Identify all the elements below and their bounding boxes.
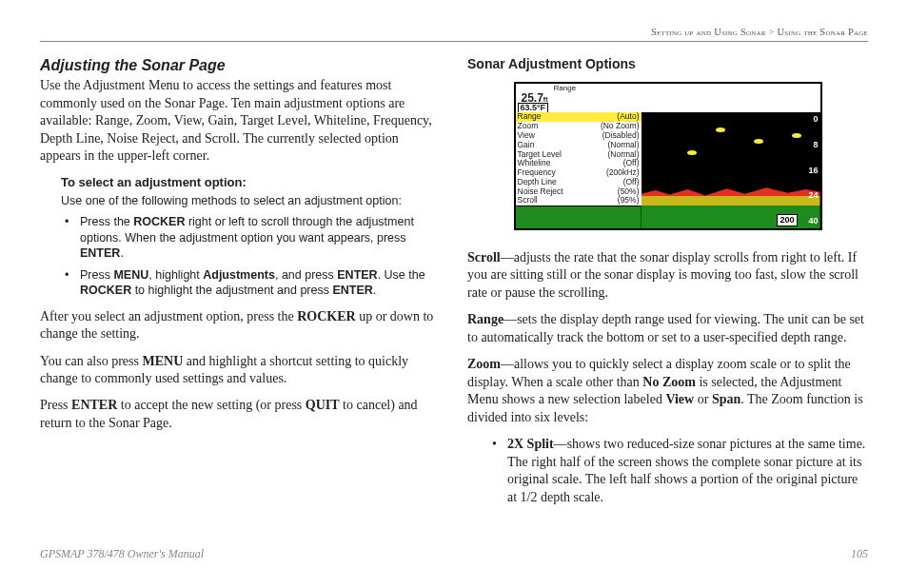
enter-key: ENTER: [337, 268, 377, 282]
breadcrumb-sep: >: [769, 27, 775, 37]
step-2: Press MENU, highlight Adjustments, and p…: [61, 267, 441, 299]
scroll-paragraph: Scroll—adjusts the rate that the sonar d…: [467, 249, 868, 302]
zoom-sublist: 2X Split—shows two reduced-size sonar pi…: [488, 436, 868, 506]
no-zoom-term: No Zoom: [642, 375, 696, 389]
footer-title: GPSMAP 378/478 Owner's Manual: [40, 547, 204, 561]
options-heading: Sonar Adjustment Options: [467, 55, 868, 72]
split-item: 2X Split—shows two reduced-size sonar pi…: [488, 436, 868, 506]
intro-paragraph: Use the Adjustment Menu to access the se…: [40, 77, 441, 165]
span-term: Span: [712, 392, 740, 406]
adjustments-label: Adjustments: [203, 268, 275, 282]
menu-key: MENU: [142, 354, 183, 368]
breadcrumb-part2: Using the Sonar Page: [778, 27, 869, 37]
rocker-key: ROCKER: [297, 309, 355, 323]
breadcrumb-part1: Setting up and Using Sonar: [651, 27, 766, 37]
right-column: Sonar Adjustment Options Range 25.7ft 63…: [467, 55, 868, 512]
zoom-paragraph: Zoom—allows you to quickly select a disp…: [467, 356, 868, 426]
scroll-term: Scroll: [467, 250, 501, 265]
procedure-heading: To select an adjustment option:: [61, 174, 441, 190]
range-paragraph: Range—sets the display depth range used …: [467, 311, 868, 346]
zoom-term: Zoom: [467, 357, 501, 371]
page-footer: GPSMAP 378/478 Owner's Manual 105: [40, 547, 868, 561]
step-1: Press the ROCKER right or left to scroll…: [61, 214, 441, 262]
split-term: 2X Split: [507, 437, 554, 451]
view-term: View: [665, 392, 694, 406]
procedure-lead: Use one of the following methods to sele…: [61, 193, 441, 209]
breadcrumb: Setting up and Using Sonar > Using the S…: [40, 27, 868, 42]
enter-key: ENTER: [71, 398, 117, 412]
sonar-menu: Range(Auto)Zoom(No Zoom)View(Disabled)Ga…: [516, 112, 642, 206]
also-paragraph: You can also press MENU and highlight a …: [40, 353, 441, 388]
after-paragraph: After you select an adjustment option, p…: [40, 308, 441, 343]
menu-key: MENU: [113, 268, 148, 282]
enter-key: ENTER: [332, 284, 372, 297]
rocker-key: ROCKER: [133, 215, 185, 228]
page-number: 105: [851, 547, 868, 561]
section-heading: Adjusting the Sonar Page: [40, 55, 441, 75]
sonar-range-label: Range: [554, 84, 577, 94]
sonar-depth-ticks: 08162440: [801, 112, 819, 228]
rocker-key: ROCKER: [80, 284, 131, 297]
procedure-steps: Press the ROCKER right or left to scroll…: [61, 214, 441, 299]
range-term: Range: [467, 312, 503, 326]
enter-key: ENTER: [80, 246, 120, 260]
sonar-freq-box: 200: [777, 214, 797, 227]
sonar-menu-row: Scroll(95%): [516, 196, 642, 206]
sonar-screenshot: Range 25.7ft 63.5°F Range(Auto)Zoom(No Z…: [467, 82, 868, 235]
left-column: Adjusting the Sonar Page Use the Adjustm…: [40, 55, 441, 512]
quit-key: QUIT: [306, 398, 340, 412]
press-paragraph: Press ENTER to accept the new setting (o…: [40, 397, 441, 432]
